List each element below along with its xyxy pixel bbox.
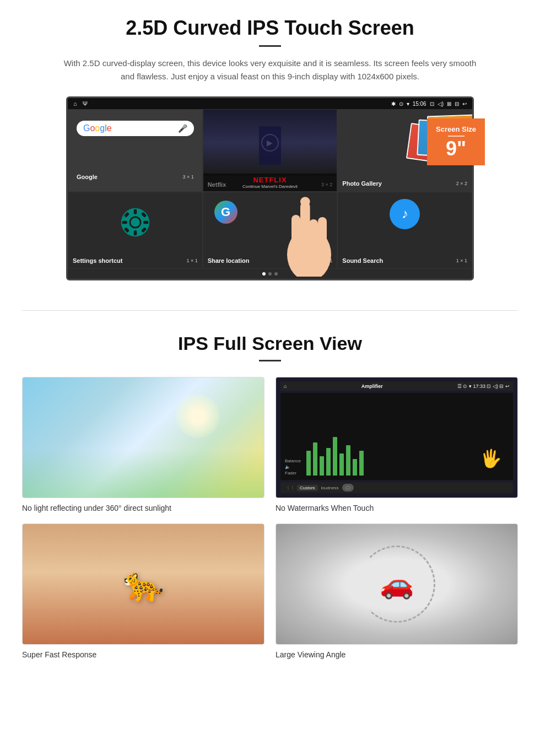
screen-size-badge: Screen Size 9" [427, 118, 485, 165]
svg-rect-2 [134, 209, 137, 214]
device-mockup: ⌂ Ψ ✱ ⊙ ▾ 15:06 ⊡ ◁) ⊠ ⊟ ↩ [66, 96, 474, 280]
amp-back-btn: 〈〈 [285, 485, 294, 491]
settings-label: Settings shortcut 1 × 1 [73, 257, 198, 264]
features-grid: No light reflecting under 360° direct su… [22, 377, 518, 659]
window-icon: ⊟ [455, 101, 459, 107]
section1-description: With 2.5D curved-display screen, this de… [61, 57, 479, 83]
eq-bars [306, 437, 509, 476]
section-curved-screen: 2.5D Curved IPS Touch Screen With 2.5D c… [0, 0, 540, 294]
share-app-name: Share location [208, 257, 250, 264]
badge-size: 9" [436, 139, 476, 159]
svg-rect-15 [309, 219, 318, 249]
device-screen: ⌂ Ψ ✱ ⊙ ▾ 15:06 ⊡ ◁) ⊠ ⊟ ↩ [66, 96, 474, 280]
google-search-bar[interactable]: Google 🎤 [77, 121, 194, 136]
cheetah-image: 🐆 [22, 523, 264, 645]
sound-app-size: 1 × 1 [456, 258, 467, 263]
sound-label: Sound Search 1 × 1 [342, 257, 467, 264]
google-label: Google 3 × 1 [77, 146, 194, 180]
eq-bar-4 [326, 448, 331, 476]
google-logo: Google [83, 123, 112, 133]
dot-1 [262, 272, 266, 276]
location-icon: ⊙ [399, 101, 403, 107]
car-image: 🚗 [276, 523, 518, 645]
sunlight-image [22, 377, 264, 498]
amp-title: Amplifier [361, 384, 383, 389]
amp-body: Balance 🔈 Fader [280, 393, 513, 480]
gallery-app-size: 2 × 2 [456, 181, 467, 186]
app-cell-share[interactable]: G [203, 192, 338, 269]
bluetooth-icon: ✱ [391, 101, 396, 107]
section1-title: 2.5D Curved IPS Touch Screen [33, 17, 507, 40]
section2-underline [259, 360, 281, 361]
music-note-icon: ♪ [390, 199, 420, 229]
eq-bar-9 [359, 451, 364, 476]
hand-touch-icon: 🖐 [480, 448, 502, 469]
settings-gear-icon [120, 207, 150, 237]
wifi-icon: ▾ [407, 101, 409, 107]
netflix-background: ▶ [203, 110, 337, 176]
sound-icon-wrapper: ♪ [390, 199, 420, 262]
feature-amplifier: ⌂ Amplifier ☰ ⊙ ▾ 17:33 ⊡ ◁) ⊟ ↩ Balance… [276, 377, 518, 512]
amplifier-image: ⌂ Amplifier ☰ ⊙ ▾ 17:33 ⊡ ◁) ⊟ ↩ Balance… [276, 377, 518, 498]
eq-bar-2 [313, 442, 317, 476]
app-cell-sound[interactable]: ♪ Sound Search 1 × 1 [337, 192, 472, 269]
amplifier-caption: No Watermarks When Touch [276, 504, 518, 512]
eq-bar-8 [353, 459, 357, 476]
feature-sunlight: No light reflecting under 360° direct su… [22, 377, 264, 512]
camera-icon: ⊡ [430, 101, 434, 107]
back-icon: ↩ [462, 101, 467, 107]
car-caption: Large Viewing Angle [276, 650, 518, 659]
status-left-icons: ⌂ Ψ [73, 100, 88, 107]
feature-cheetah: 🐆 Super Fast Response [22, 523, 264, 659]
car-top-icon: 🚗 [380, 568, 414, 600]
eq-bar-5 [333, 437, 337, 476]
google-app-size: 3 × 1 [182, 174, 193, 180]
badge-underline [448, 136, 465, 137]
app-grid: Google 🎤 Google 3 × 1 ▶ [68, 109, 472, 269]
svg-rect-13 [291, 215, 300, 246]
app-cell-settings[interactable]: Settings shortcut 1 × 1 [68, 192, 203, 269]
eq-bar-7 [346, 445, 350, 476]
settings-icon-wrapper [120, 207, 150, 254]
sun-burst [176, 394, 220, 438]
amp-toggle: ⬭ [342, 484, 354, 492]
status-right-icons: ✱ ⊙ ▾ 15:06 ⊡ ◁) ⊠ ⊟ ↩ [391, 101, 467, 107]
svg-rect-3 [134, 230, 137, 235]
settings-app-size: 1 × 1 [186, 258, 197, 263]
settings-app-name: Settings shortcut [73, 257, 122, 264]
section-divider [22, 310, 518, 311]
svg-point-10 [131, 218, 140, 227]
amp-header: ⌂ Amplifier ☰ ⊙ ▾ 17:33 ⊡ ◁) ⊟ ↩ [280, 382, 513, 391]
section-ips: IPS Full Screen View No light reflecting… [0, 327, 540, 676]
section2-title: IPS Full Screen View [22, 333, 518, 354]
svg-rect-12 [300, 202, 310, 241]
amp-footer: 〈〈 Custom loudness ⬭ [280, 482, 513, 493]
feature-car: 🚗 Large Viewing Angle [276, 523, 518, 659]
pointing-hand-icon [268, 166, 350, 277]
amp-custom-btn: Custom [297, 485, 318, 491]
svg-rect-14 [318, 217, 327, 246]
eq-bar-1 [306, 451, 311, 476]
close-icon: ⊠ [447, 101, 451, 107]
usb-icon: Ψ [83, 100, 88, 107]
status-bar: ⌂ Ψ ✱ ⊙ ▾ 15:06 ⊡ ◁) ⊠ ⊟ ↩ [68, 98, 472, 109]
svg-rect-4 [122, 220, 127, 224]
badge-title: Screen Size [436, 125, 476, 133]
amp-labels: Balance 🔈 Fader [285, 458, 303, 476]
home-icon: ⌂ [73, 100, 77, 107]
amp-loudness: loudness [321, 485, 339, 490]
eq-bar-6 [339, 453, 344, 476]
amp-right-icons: ☰ ⊙ ▾ 17:33 ⊡ ◁) ⊟ ↩ [457, 384, 510, 389]
eq-bar-3 [320, 456, 324, 476]
gallery-label: Photo Gallery 2 × 2 [342, 180, 467, 187]
share-app-icon: G [214, 201, 237, 224]
sunlight-caption: No light reflecting under 360° direct su… [22, 504, 264, 512]
amp-home-icon: ⌂ [284, 384, 287, 389]
svg-point-16 [300, 197, 310, 207]
google-mic-icon[interactable]: 🎤 [178, 124, 187, 133]
time-display: 15:06 [413, 101, 426, 107]
google-app-name: Google [77, 174, 98, 180]
cheetah-icon: 🐆 [123, 565, 164, 604]
volume-icon: ◁) [438, 101, 444, 107]
app-cell-google[interactable]: Google 🎤 Google 3 × 1 [68, 109, 203, 192]
